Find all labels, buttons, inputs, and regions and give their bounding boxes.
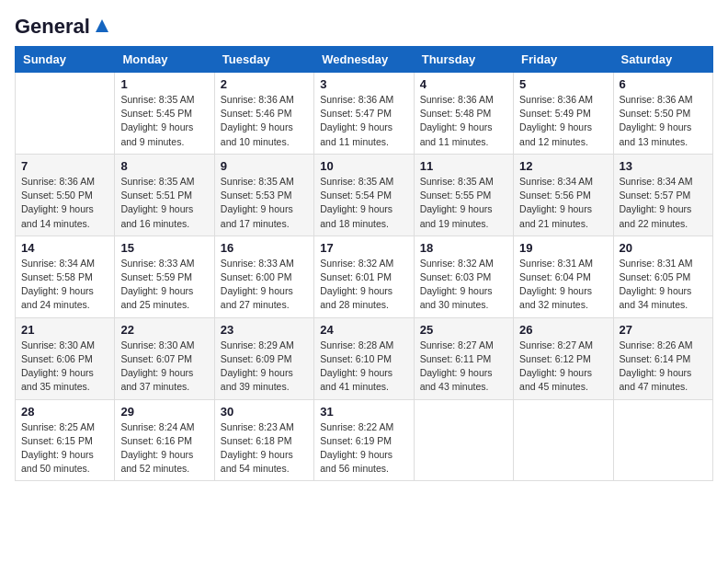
calendar-day-cell: [613, 399, 712, 481]
day-number: 22: [120, 323, 208, 337]
day-number: 5: [519, 77, 607, 91]
day-info: Sunrise: 8:27 AMSunset: 6:12 PMDaylight:…: [519, 339, 607, 395]
day-number: 4: [420, 77, 507, 91]
day-number: 15: [120, 241, 208, 255]
day-number: 12: [519, 159, 607, 173]
day-info: Sunrise: 8:35 AMSunset: 5:54 PMDaylight:…: [320, 175, 407, 231]
calendar-day-cell: 3 Sunrise: 8:36 AMSunset: 5:47 PMDayligh…: [314, 73, 414, 155]
day-info: Sunrise: 8:32 AMSunset: 6:01 PMDaylight:…: [320, 257, 407, 313]
day-info: Sunrise: 8:23 AMSunset: 6:18 PMDaylight:…: [221, 420, 308, 477]
day-number: 28: [21, 405, 108, 419]
logo: General: [15, 15, 112, 35]
day-info: Sunrise: 8:28 AMSunset: 6:10 PMDaylight:…: [320, 339, 407, 395]
day-number: 10: [320, 159, 407, 173]
calendar-day-cell: 16 Sunrise: 8:33 AMSunset: 6:00 PMDaylig…: [214, 236, 313, 317]
calendar-day-cell: 15 Sunrise: 8:33 AMSunset: 5:59 PMDaylig…: [115, 236, 214, 317]
day-number: 7: [21, 159, 108, 173]
day-info: Sunrise: 8:36 AMSunset: 5:50 PMDaylight:…: [620, 93, 707, 149]
calendar-day-cell: 29 Sunrise: 8:24 AMSunset: 6:16 PMDaylig…: [115, 399, 214, 481]
calendar-day-cell: [16, 73, 115, 155]
day-number: 14: [21, 241, 108, 255]
logo-general-text: General: [15, 15, 90, 39]
calendar-day-cell: 6 Sunrise: 8:36 AMSunset: 5:50 PMDayligh…: [613, 73, 712, 155]
day-info: Sunrise: 8:35 AMSunset: 5:53 PMDaylight:…: [221, 175, 308, 231]
day-info: Sunrise: 8:32 AMSunset: 6:03 PMDaylight:…: [420, 257, 507, 313]
day-info: Sunrise: 8:24 AMSunset: 6:16 PMDaylight:…: [120, 420, 208, 477]
day-number: 25: [420, 323, 507, 337]
header-friday: Friday: [514, 47, 613, 73]
day-number: 24: [320, 323, 407, 337]
day-number: 26: [519, 323, 607, 337]
day-info: Sunrise: 8:36 AMSunset: 5:46 PMDaylight:…: [221, 93, 308, 149]
calendar-day-cell: 28 Sunrise: 8:25 AMSunset: 6:15 PMDaylig…: [16, 399, 115, 481]
day-info: Sunrise: 8:30 AMSunset: 6:07 PMDaylight:…: [120, 339, 208, 395]
day-info: Sunrise: 8:31 AMSunset: 6:04 PMDaylight:…: [519, 257, 607, 313]
calendar-week-row: 21 Sunrise: 8:30 AMSunset: 6:06 PMDaylig…: [16, 317, 713, 399]
day-info: Sunrise: 8:29 AMSunset: 6:09 PMDaylight:…: [221, 339, 308, 395]
day-number: 17: [320, 241, 407, 255]
calendar-day-cell: 14 Sunrise: 8:34 AMSunset: 5:58 PMDaylig…: [16, 236, 115, 317]
day-number: 20: [620, 241, 707, 255]
day-info: Sunrise: 8:30 AMSunset: 6:06 PMDaylight:…: [21, 339, 108, 395]
day-info: Sunrise: 8:36 AMSunset: 5:50 PMDaylight:…: [21, 175, 108, 231]
header-monday: Monday: [115, 47, 214, 73]
day-number: 29: [120, 405, 208, 419]
day-number: 23: [221, 323, 308, 337]
calendar-week-row: 1 Sunrise: 8:35 AMSunset: 5:45 PMDayligh…: [16, 73, 713, 155]
day-number: 2: [221, 77, 308, 91]
calendar-day-cell: 22 Sunrise: 8:30 AMSunset: 6:07 PMDaylig…: [115, 317, 214, 399]
day-number: 27: [620, 323, 707, 337]
calendar-day-cell: [514, 399, 613, 481]
day-info: Sunrise: 8:36 AMSunset: 5:48 PMDaylight:…: [420, 93, 507, 149]
calendar-day-cell: 26 Sunrise: 8:27 AMSunset: 6:12 PMDaylig…: [514, 317, 613, 399]
calendar-table: Sunday Monday Tuesday Wednesday Thursday…: [15, 46, 713, 481]
day-info: Sunrise: 8:22 AMSunset: 6:19 PMDaylight:…: [320, 420, 407, 477]
day-info: Sunrise: 8:35 AMSunset: 5:55 PMDaylight:…: [420, 175, 507, 231]
day-number: 1: [120, 77, 208, 91]
day-info: Sunrise: 8:27 AMSunset: 6:11 PMDaylight:…: [420, 339, 507, 395]
calendar-day-cell: 17 Sunrise: 8:32 AMSunset: 6:01 PMDaylig…: [314, 236, 414, 317]
header-wednesday: Wednesday: [314, 47, 414, 73]
day-number: 31: [320, 405, 407, 419]
calendar-day-cell: 24 Sunrise: 8:28 AMSunset: 6:10 PMDaylig…: [314, 317, 414, 399]
day-number: 11: [420, 159, 507, 173]
calendar-day-cell: 18 Sunrise: 8:32 AMSunset: 6:03 PMDaylig…: [414, 236, 513, 317]
header-sunday: Sunday: [16, 47, 115, 73]
day-info: Sunrise: 8:33 AMSunset: 6:00 PMDaylight:…: [221, 257, 308, 313]
day-number: 30: [221, 405, 308, 419]
day-info: Sunrise: 8:25 AMSunset: 6:15 PMDaylight:…: [21, 420, 108, 477]
calendar-day-cell: 25 Sunrise: 8:27 AMSunset: 6:11 PMDaylig…: [414, 317, 513, 399]
calendar-day-cell: 30 Sunrise: 8:23 AMSunset: 6:18 PMDaylig…: [214, 399, 313, 481]
logo-icon: [92, 16, 112, 36]
calendar-day-cell: 20 Sunrise: 8:31 AMSunset: 6:05 PMDaylig…: [613, 236, 712, 317]
day-info: Sunrise: 8:26 AMSunset: 6:14 PMDaylight:…: [620, 339, 707, 395]
calendar-day-cell: 13 Sunrise: 8:34 AMSunset: 5:57 PMDaylig…: [613, 154, 712, 236]
calendar-day-cell: 31 Sunrise: 8:22 AMSunset: 6:19 PMDaylig…: [314, 399, 414, 481]
calendar-day-cell: 9 Sunrise: 8:35 AMSunset: 5:53 PMDayligh…: [214, 154, 313, 236]
day-info: Sunrise: 8:31 AMSunset: 6:05 PMDaylight:…: [620, 257, 707, 313]
day-info: Sunrise: 8:34 AMSunset: 5:57 PMDaylight:…: [620, 175, 707, 231]
day-number: 13: [620, 159, 707, 173]
day-number: 18: [420, 241, 507, 255]
day-info: Sunrise: 8:35 AMSunset: 5:51 PMDaylight:…: [120, 175, 208, 231]
day-number: 21: [21, 323, 108, 337]
calendar-day-cell: 12 Sunrise: 8:34 AMSunset: 5:56 PMDaylig…: [514, 154, 613, 236]
day-info: Sunrise: 8:34 AMSunset: 5:56 PMDaylight:…: [519, 175, 607, 231]
header-thursday: Thursday: [414, 47, 513, 73]
calendar-day-cell: 4 Sunrise: 8:36 AMSunset: 5:48 PMDayligh…: [414, 73, 513, 155]
day-number: 3: [320, 77, 407, 91]
day-number: 9: [221, 159, 308, 173]
weekday-header-row: Sunday Monday Tuesday Wednesday Thursday…: [16, 47, 713, 73]
calendar-day-cell: 5 Sunrise: 8:36 AMSunset: 5:49 PMDayligh…: [514, 73, 613, 155]
calendar-day-cell: [414, 399, 513, 481]
day-info: Sunrise: 8:35 AMSunset: 5:45 PMDaylight:…: [120, 93, 208, 149]
day-number: 16: [221, 241, 308, 255]
calendar-day-cell: 23 Sunrise: 8:29 AMSunset: 6:09 PMDaylig…: [214, 317, 313, 399]
page-header: General: [15, 15, 713, 35]
day-info: Sunrise: 8:36 AMSunset: 5:49 PMDaylight:…: [519, 93, 607, 149]
calendar-day-cell: 27 Sunrise: 8:26 AMSunset: 6:14 PMDaylig…: [613, 317, 712, 399]
header-tuesday: Tuesday: [214, 47, 313, 73]
calendar-day-cell: 7 Sunrise: 8:36 AMSunset: 5:50 PMDayligh…: [16, 154, 115, 236]
calendar-week-row: 28 Sunrise: 8:25 AMSunset: 6:15 PMDaylig…: [16, 399, 713, 481]
day-number: 19: [519, 241, 607, 255]
